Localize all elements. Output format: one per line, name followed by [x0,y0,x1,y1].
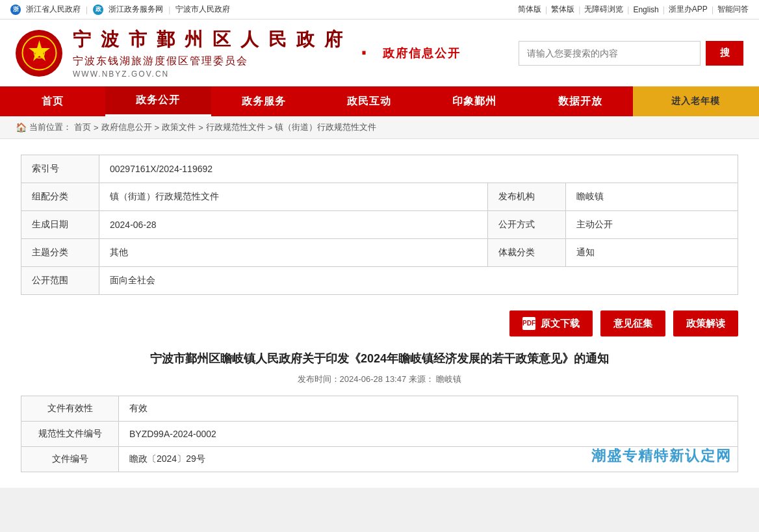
doc-value-norm-num: BYZD99A-2024-0002 [119,421,738,446]
table-row: 生成日期 2024-06-28 公开方式 主动公开 [21,211,738,239]
value-scope: 面向全社会 [99,267,738,295]
breadcrumb-current: 镇（街道）行政规范性文件 [275,121,376,133]
pdf-icon: PDF [522,317,535,330]
table-row: 文件有效性 有效 [21,396,738,421]
simplified-link[interactable]: 简体版 [518,4,541,15]
publish-time: 发布时间：2024-06-28 13:47 [298,374,407,384]
main-content: 索引号 00297161X/2024-119692 组配分类 镇（街道）行政规范… [0,139,759,488]
nav-interaction[interactable]: 政民互动 [316,86,422,116]
top-bar: 浙 浙江省人民政府 | 政 浙江政务服务网 | 宁波市人民政府 简体版 | 繁体… [0,0,759,19]
label-index: 索引号 [21,155,99,183]
nav-impression[interactable]: 印象鄞州 [422,86,527,116]
action-buttons: PDF 原文下载 意见征集 政策解读 [21,310,738,336]
zhejiang-service-link[interactable]: 浙江政务服务网 [109,4,163,15]
accessible-link[interactable]: 无障碍浏览 [584,4,623,15]
label-publisher: 发布机构 [488,183,566,211]
breadcrumb-home[interactable]: 首页 [74,121,91,133]
doc-label-norm-num: 规范性文件编号 [21,421,119,446]
doc-label-file-num: 文件编号 [21,446,119,472]
source-label: 来源： [409,374,434,384]
breadcrumb-prefix: 当前位置： [29,121,71,133]
home-icon: 🏠 [16,122,27,133]
doc-value-valid: 有效 [119,396,738,421]
nav-senior-mode[interactable]: 进入老年模 [633,86,759,116]
header-divider: · [361,40,367,67]
label-category: 组配分类 [21,183,99,211]
table-row: 公开范围 面向全社会 [21,267,738,295]
source-value: 瞻岐镇 [436,374,461,384]
table-row: 主题分类 其他 体裁分类 通知 [21,239,738,267]
nav-data-open[interactable]: 数据开放 [527,86,632,116]
zhejiang-service-icon: 政 [93,5,103,15]
nav-gov-service[interactable]: 政务服务 [211,86,316,116]
doc-table: 文件有效性 有效 规范性文件编号 BYZD99A-2024-0002 文件编号 … [21,396,738,472]
value-publisher: 瞻岐镇 [566,183,738,211]
info-table: 索引号 00297161X/2024-119692 组配分类 镇（街道）行政规范… [21,155,738,295]
table-row: 规范性文件编号 BYZD99A-2024-0002 [21,421,738,446]
header-right: 搜 [519,41,743,66]
label-date: 生成日期 [21,211,99,239]
zhejiang-gov-icon: 浙 [10,5,21,15]
doc-value-file-num: 瞻政〔2024〕29号 [119,446,738,472]
value-index: 00297161X/2024-119692 [99,155,738,183]
table-row: 文件编号 瞻政〔2024〕29号 [21,446,738,472]
value-topic: 其他 [99,239,488,267]
header: 宁 波 市 鄞 州 区 人 民 政 府 宁波东钱湖旅游度假区管理委员会 WWW.… [0,19,759,86]
download-label: 原文下载 [541,318,580,330]
value-pub-method: 主动公开 [566,211,738,239]
label-genre: 体裁分类 [488,239,566,267]
breadcrumb-policy-doc[interactable]: 政策文件 [162,121,196,133]
opinion-button[interactable]: 意见征集 [600,310,665,336]
download-button[interactable]: PDF 原文下载 [509,310,593,336]
header-title-sub: 宁波东钱湖旅游度假区管理委员会 [73,55,345,68]
english-link[interactable]: English [633,5,658,14]
label-scope: 公开范围 [21,267,99,295]
nav-gov-open[interactable]: 政务公开 [105,86,211,116]
nav-home[interactable]: 首页 [0,86,105,116]
table-row: 组配分类 镇（街道）行政规范性文件 发布机构 瞻岐镇 [21,183,738,211]
table-row: 索引号 00297161X/2024-119692 [21,155,738,183]
sep1: | [86,5,88,14]
doc-label-valid: 文件有效性 [21,396,119,421]
policy-button[interactable]: 政策解读 [673,310,738,336]
traditional-link[interactable]: 繁体版 [551,4,574,15]
header-title-main: 宁 波 市 鄞 州 区 人 民 政 府 [73,27,345,52]
top-bar-left: 浙 浙江省人民政府 | 政 浙江政务服务网 | 宁波市人民政府 [10,4,230,15]
value-date: 2024-06-28 [99,211,488,239]
government-emblem [16,30,62,77]
sep2: | [168,5,170,14]
ai-link[interactable]: 智能问答 [717,4,749,15]
header-titles: 宁 波 市 鄞 州 区 人 民 政 府 宁波东钱湖旅游度假区管理委员会 WWW.… [73,27,345,79]
label-topic: 主题分类 [21,239,99,267]
top-bar-right: 简体版 | 繁体版 | 无障碍浏览 | English | 浙里办APP | 智… [518,4,749,15]
header-gov-info: 政府信息公开 [383,45,461,61]
header-url: WWW.NBYZ.GOV.CN [73,70,345,79]
header-left: 宁 波 市 鄞 州 区 人 民 政 府 宁波东钱湖旅游度假区管理委员会 WWW.… [16,27,461,79]
search-button[interactable]: 搜 [706,41,743,66]
breadcrumb-gov-info[interactable]: 政府信息公开 [101,121,152,133]
watermark-area: 文件有效性 有效 规范性文件编号 BYZD99A-2024-0002 文件编号 … [21,396,738,472]
value-category: 镇（街道）行政规范性文件 [99,183,488,211]
ningbo-gov-link[interactable]: 宁波市人民政府 [175,4,230,15]
value-genre: 通知 [566,239,738,267]
article-meta: 发布时间：2024-06-28 13:47 来源： 瞻岐镇 [21,374,738,385]
breadcrumb: 🏠 当前位置： 首页 > 政府信息公开 > 政策文件 > 行政规范性文件 > 镇… [0,116,759,139]
nav: 首页 政务公开 政务服务 政民互动 印象鄞州 数据开放 进入老年模 [0,86,759,116]
zhejiang-gov-link[interactable]: 浙江省人民政府 [26,4,81,15]
label-pub-method: 公开方式 [488,211,566,239]
app-link[interactable]: 浙里办APP [669,4,708,15]
search-input[interactable] [519,41,701,66]
article-title: 宁波市鄞州区瞻岐镇人民政府关于印发《2024年瞻岐镇经济发展的若干政策意见》的通… [21,349,738,368]
breadcrumb-admin-norm[interactable]: 行政规范性文件 [206,121,265,133]
